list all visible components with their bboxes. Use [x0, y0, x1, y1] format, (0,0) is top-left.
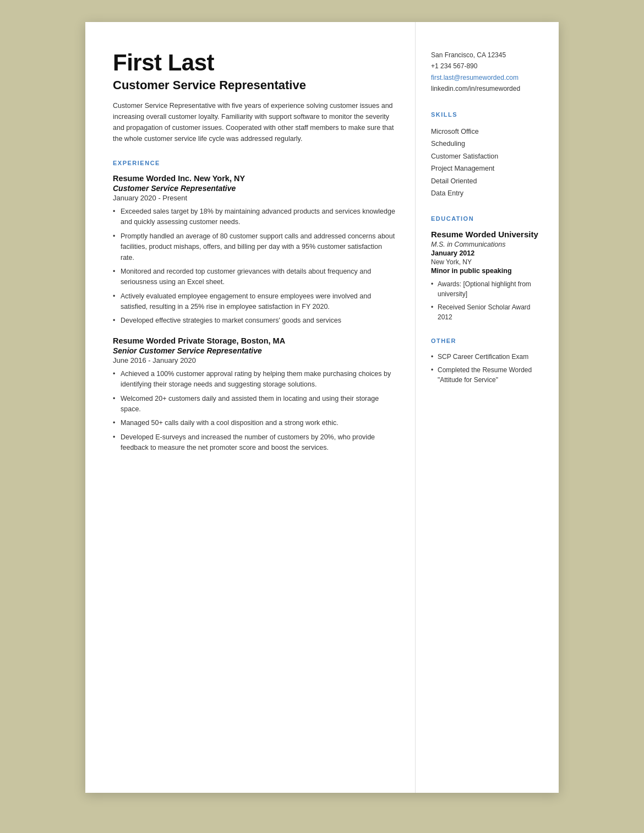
edu-degree: M.S. in Communications	[431, 241, 543, 248]
job-title-2: Senior Customer Service Representative	[113, 346, 395, 355]
date-range-2: June 2016 - January 2020	[113, 356, 395, 364]
company-name-1: Resume Worded Inc.	[113, 174, 192, 183]
contact-phone: +1 234 567-890	[431, 61, 543, 72]
bullet-1-2: Promptly handled an average of 80 custom…	[113, 231, 395, 263]
edu-school: Resume Worded University	[431, 230, 543, 239]
resume-document: First Last Customer Service Representati…	[85, 22, 559, 793]
bullet-1-3: Monitored and recorded top customer grie…	[113, 266, 395, 288]
bullet-2-4: Developed E-surveys and increased the nu…	[113, 432, 395, 454]
bullet-2-2: Welcomed 20+ customers daily and assiste…	[113, 394, 395, 415]
right-column: San Francisco, CA 12345 +1 234 567-890 f…	[416, 22, 559, 793]
education-section-label: EDUCATION	[431, 215, 543, 222]
skill-6: Data Entry	[431, 187, 543, 200]
edu-date: January 2012	[431, 249, 543, 257]
company-line-1: Resume Worded Inc. New York, NY	[113, 174, 395, 183]
edu-bullet-1: Awards: [Optional highlight from univers…	[431, 279, 543, 299]
contact-email: first.last@resumeworded.com	[431, 72, 543, 83]
experience-section-label: EXPERIENCE	[113, 160, 395, 166]
edu-bullets: Awards: [Optional highlight from univers…	[431, 279, 543, 322]
skills-section-label: SKILLS	[431, 111, 543, 118]
email-link[interactable]: first.last@resumeworded.com	[431, 74, 519, 81]
contact-address: San Francisco, CA 12345	[431, 50, 543, 61]
bullet-2-3: Managed 50+ calls daily with a cool disp…	[113, 418, 395, 428]
other-bullets: SCP Career Certification Exam Completed …	[431, 352, 543, 385]
job-entry-1: Resume Worded Inc. New York, NY Customer…	[113, 174, 395, 326]
date-range-1: January 2020 - Present	[113, 194, 395, 202]
bullets-2: Achieved a 100% customer approval rating…	[113, 369, 395, 454]
company-location-2: Boston, MA	[241, 336, 286, 345]
left-column: First Last Customer Service Representati…	[85, 22, 416, 793]
job-title-1: Customer Service Representative	[113, 184, 395, 193]
job-entry-2: Resume Worded Private Storage, Boston, M…	[113, 336, 395, 454]
skill-4: Project Management	[431, 162, 543, 175]
bullets-1: Exceeded sales target by 18% by maintain…	[113, 206, 395, 326]
education-entry: Resume Worded University M.S. in Communi…	[431, 230, 543, 322]
bullet-2-1: Achieved a 100% customer approval rating…	[113, 369, 395, 390]
candidate-name: First Last	[113, 50, 395, 76]
contact-section: San Francisco, CA 12345 +1 234 567-890 f…	[431, 50, 543, 95]
skill-5: Detail Oriented	[431, 175, 543, 188]
company-location-1: New York, NY	[194, 174, 245, 183]
other-bullet-1: SCP Career Certification Exam	[431, 352, 543, 362]
other-bullet-2: Completed the Resume Worded "Attitude fo…	[431, 365, 543, 385]
skill-2: Scheduling	[431, 138, 543, 150]
edu-location: New York, NY	[431, 258, 543, 266]
company-line-2: Resume Worded Private Storage, Boston, M…	[113, 336, 395, 345]
company-name-2: Resume Worded Private Storage,	[113, 336, 239, 345]
other-section-label: OTHER	[431, 337, 543, 344]
bullet-1-4: Actively evaluated employee engagement t…	[113, 291, 395, 313]
candidate-title: Customer Service Representative	[113, 78, 395, 92]
skills-list: Microsoft Office Scheduling Customer Sat…	[431, 126, 543, 200]
skill-1: Microsoft Office	[431, 126, 543, 138]
bullet-1-5: Developed effective strategies to market…	[113, 315, 395, 326]
bullet-1-1: Exceeded sales target by 18% by maintain…	[113, 206, 395, 228]
edu-bullet-2: Received Senior Scholar Award 2012	[431, 302, 543, 322]
header-section: First Last Customer Service Representati…	[113, 50, 395, 144]
skill-3: Customer Satisfaction	[431, 150, 543, 163]
contact-linkedin: linkedin.com/in/resumeworded	[431, 83, 543, 94]
candidate-summary: Customer Service Representative with fiv…	[113, 100, 395, 144]
edu-minor: Minor in public speaking	[431, 267, 543, 275]
